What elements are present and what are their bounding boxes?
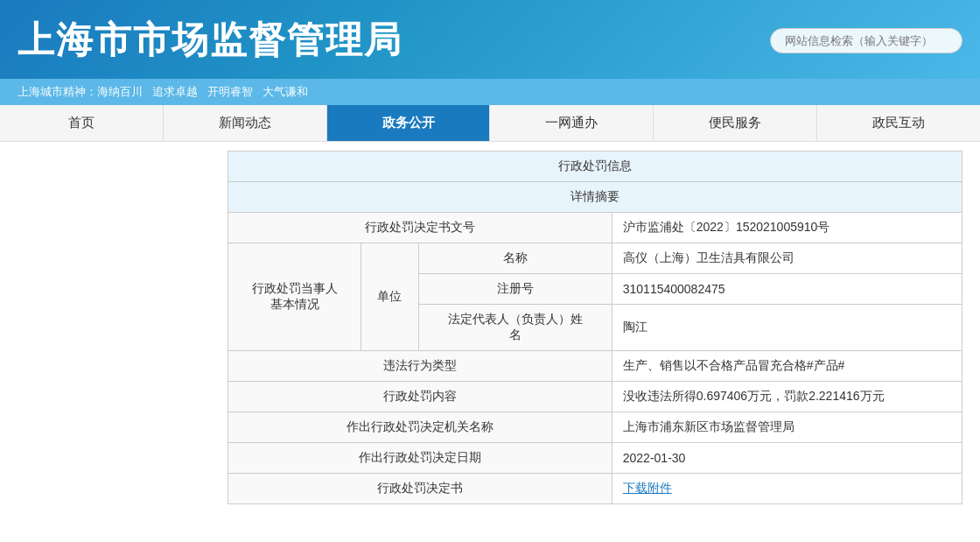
nav-item-service[interactable]: 便民服务 [654,105,817,141]
table-row-decision-doc: 行政处罚决定书 下载附件 [228,474,962,504]
subtitle-text: 上海城市精神：海纳百川 追求卓越 开明睿智 大气谦和 [18,84,308,100]
download-attachment-link[interactable]: 下载附件 [623,481,672,495]
value-regnum: 310115400082475 [612,274,962,305]
value-date: 2022-01-30 [612,443,962,474]
info-table: 行政处罚信息 详情摘要 行政处罚决定书文号 沪市监浦处〔2022〕1520210… [228,151,962,504]
value-doc-number: 沪市监浦处〔2022〕152021005910号 [612,213,962,243]
nav-item-gov[interactable]: 政务公开 [327,105,491,141]
search-input[interactable] [770,28,962,53]
nav-item-online[interactable]: 一网通办 [490,105,654,141]
table-row-doc-number: 行政处罚决定书文号 沪市监浦处〔2022〕152021005910号 [228,213,962,243]
table-main-title-row: 行政处罚信息 [228,151,962,182]
main-title-cell: 行政处罚信息 [228,151,962,182]
label-unit: 单位 [361,243,419,351]
value-decision-doc: 下载附件 [612,474,962,504]
nav-item-home[interactable]: 首页 [0,105,164,141]
label-penalty-content: 行政处罚内容 [228,382,612,412]
label-name: 名称 [418,243,612,274]
table-row-violation-type: 违法行为类型 生产、销售以不合格产品冒充合格#产品# [228,351,962,382]
label-authority: 作出行政处罚决定机关名称 [228,412,612,443]
main-content: 行政处罚信息 详情摘要 行政处罚决定书文号 沪市监浦处〔2022〕1520210… [0,142,980,513]
nav-bar: 首页 新闻动态 政务公开 一网通办 便民服务 政民互动 [0,105,980,142]
label-legalrep: 法定代表人（负责人）姓名 [418,305,612,351]
label-regnum: 注册号 [418,274,612,305]
detail-title-cell: 详情摘要 [228,182,962,213]
label-decision-doc: 行政处罚决定书 [228,474,612,504]
value-name: 高仪（上海）卫生洁具有限公司 [612,243,962,274]
label-party-info: 行政处罚当事人基本情况 [228,243,361,351]
label-doc-number: 行政处罚决定书文号 [228,213,612,243]
value-authority: 上海市浦东新区市场监督管理局 [612,412,962,443]
nav-item-interact[interactable]: 政民互动 [817,105,980,141]
table-row-date: 作出行政处罚决定日期 2022-01-30 [228,443,962,474]
value-violation-type: 生产、销售以不合格产品冒充合格#产品# [612,351,962,382]
label-violation-type: 违法行为类型 [228,351,612,382]
table-row-authority: 作出行政处罚决定机关名称 上海市浦东新区市场监督管理局 [228,412,962,443]
label-date: 作出行政处罚决定日期 [228,443,612,474]
subtitle-bar: 上海城市精神：海纳百川 追求卓越 开明睿智 大气谦和 [0,79,980,105]
nav-item-news[interactable]: 新闻动态 [164,105,327,141]
value-legalrep: 陶江 [612,305,962,351]
value-penalty-content: 没收违法所得0.697406万元，罚款2.221416万元 [612,382,962,412]
table-row-name: 行政处罚当事人基本情况 单位 名称 高仪（上海）卫生洁具有限公司 [228,243,962,274]
table-row-penalty-content: 行政处罚内容 没收违法所得0.697406万元，罚款2.221416万元 [228,382,962,412]
site-title: 上海市市场监督管理局 [18,16,402,65]
table-detail-title-row: 详情摘要 [228,182,962,213]
page-header: 上海市市场监督管理局 [0,0,980,79]
